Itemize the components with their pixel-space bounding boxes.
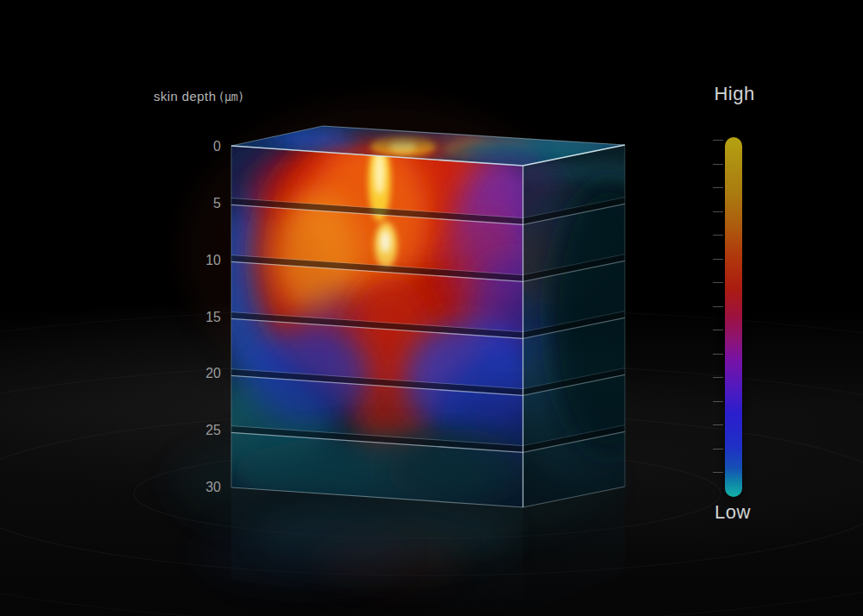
colorbar-ticks xyxy=(713,137,723,497)
colorbar-tick xyxy=(713,282,723,283)
colorbar-low-label: Low xyxy=(696,501,770,524)
colorbar-tick xyxy=(713,259,723,260)
colorbar-tick xyxy=(713,235,723,236)
reflection-smudge xyxy=(198,518,406,587)
colorbar-tick xyxy=(713,401,723,402)
depth-tick-label: 10 xyxy=(135,251,221,270)
colorbar-tick xyxy=(713,164,723,165)
colorbar-tick xyxy=(713,377,723,378)
depth-tick-label: 20 xyxy=(135,364,221,383)
colorbar-tick xyxy=(713,211,723,212)
depth-tick-label: 0 xyxy=(135,137,221,156)
figure-canvas: skin depth(μm) 051015202530 High Low xyxy=(0,0,863,616)
colorbar-tick xyxy=(713,354,723,355)
depth-tick-label: 15 xyxy=(135,308,221,327)
depth-tick-label: 30 xyxy=(135,478,221,497)
front-face xyxy=(201,116,557,509)
depth-tick-label: 25 xyxy=(135,421,221,440)
colorbar-tick xyxy=(713,140,723,141)
depth-axis-ticks: 051015202530 xyxy=(135,0,221,616)
colorbar-tick xyxy=(713,424,723,425)
colorbar-tick xyxy=(713,187,723,188)
colorbar-tick xyxy=(713,330,723,330)
depth-tick-label: 5 xyxy=(135,194,221,213)
colorbar-tick xyxy=(713,449,723,449)
floor-reflection xyxy=(198,487,625,616)
colorbar-tick xyxy=(713,306,723,307)
depth-axis-unit: (μm) xyxy=(217,90,244,104)
colorbar-high-label: High xyxy=(696,83,773,105)
colorbar-gradient-bar xyxy=(725,137,742,497)
colorbar-tick xyxy=(713,472,723,473)
